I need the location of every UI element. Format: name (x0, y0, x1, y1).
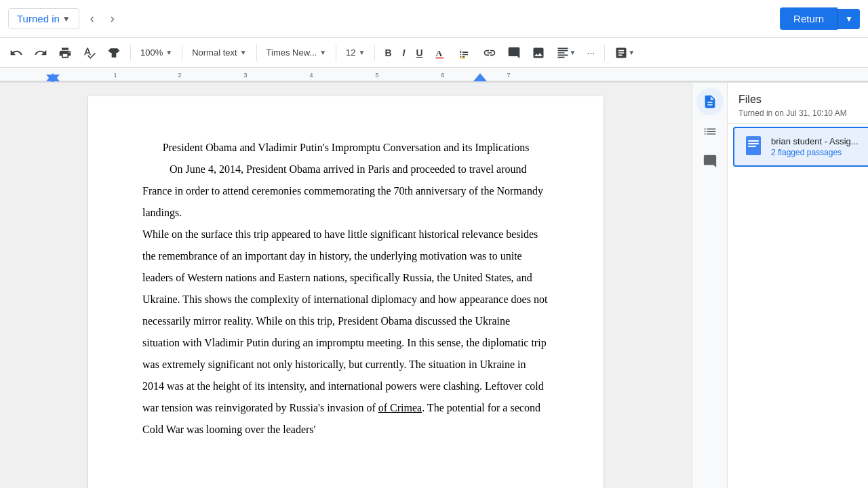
font-size-arrow: ▼ (359, 49, 366, 56)
document-paragraph-3: While on the surface this trip appeared … (142, 224, 549, 441)
panel-content: Files Turned in on Jul 31, 10:10 AM bria… (728, 83, 868, 488)
list-icon-button[interactable] (696, 118, 724, 145)
italic-button[interactable]: I (399, 45, 410, 61)
svg-text:1: 1 (113, 72, 117, 79)
separator-6 (604, 45, 605, 61)
svg-rect-19 (748, 146, 756, 147)
alignment-button[interactable]: ▼ (552, 43, 580, 62)
file-info: brian student - Assig... 2 flagged passa… (771, 136, 859, 157)
separator-2 (182, 45, 182, 61)
bold-button[interactable]: B (380, 45, 395, 61)
paint-format-icon (107, 46, 121, 60)
document-paragraph-1: On June 4, 2014, President Obama arrived… (142, 159, 549, 224)
comment-icon (507, 46, 521, 60)
separator-1 (130, 45, 131, 61)
main-content: President Obama and Vladimir Putin's Imp… (0, 83, 868, 488)
svg-rect-1 (435, 57, 443, 58)
style-dropdown-arrow: ▼ (240, 49, 247, 56)
underline-button[interactable]: U (412, 45, 427, 61)
file-name: brian student - Assig... (771, 136, 859, 146)
comment-panel-icon-button[interactable] (696, 148, 724, 175)
text-color-icon: A (434, 46, 448, 60)
svg-text:6: 6 (441, 72, 444, 79)
chevron-down-icon: ▼ (62, 14, 71, 24)
panel-icon-bar (692, 83, 728, 488)
highlight-icon (458, 46, 472, 60)
font-size-selector[interactable]: 12 ▼ (342, 45, 369, 60)
top-bar-right: Return ▼ (780, 7, 860, 30)
zoom-selector[interactable]: 100% ▼ (136, 45, 176, 60)
nav-back-button[interactable]: ‹ (85, 7, 100, 30)
svg-marker-15 (473, 73, 487, 81)
more-button[interactable]: ··· (583, 45, 599, 61)
files-icon (703, 94, 717, 109)
font-value: Times New... (267, 47, 317, 58)
style-value: Normal text (192, 47, 237, 58)
svg-text:3: 3 (243, 72, 247, 79)
zoom-dropdown-arrow: ▼ (165, 49, 172, 56)
files-subtitle: Turned in on Jul 31, 10:10 AM (738, 108, 865, 118)
spellcheck-button[interactable] (79, 43, 100, 62)
top-bar: Turned in ▼ ‹ › Return ▼ (0, 0, 868, 38)
zoom-value: 100% (140, 47, 163, 58)
separator-4 (336, 45, 336, 61)
text-color-button[interactable]: A (430, 43, 452, 62)
svg-rect-18 (748, 143, 759, 144)
svg-text:A: A (435, 48, 442, 58)
style-selector[interactable]: Normal text ▼ (188, 45, 250, 60)
redo-icon (34, 46, 47, 60)
ruler-svg: 1 2 3 4 5 6 7 (0, 68, 868, 82)
svg-text:2: 2 (178, 72, 181, 79)
font-size-value: 12 (346, 47, 355, 58)
top-bar-left: Turned in ▼ ‹ › (8, 7, 120, 30)
image-button[interactable] (528, 43, 549, 62)
svg-text:4: 4 (309, 72, 313, 79)
highlight-button[interactable] (454, 43, 476, 62)
ruler: 1 2 3 4 5 6 7 (0, 68, 868, 83)
font-dropdown-arrow: ▼ (319, 49, 326, 56)
smart-compose-arrow: ▼ (628, 49, 635, 56)
alignment-icon (556, 46, 570, 60)
comment-button[interactable] (503, 43, 525, 62)
turned-in-label: Turned in (17, 13, 60, 24)
document-area[interactable]: President Obama and Vladimir Putin's Imp… (0, 83, 692, 488)
crimea-underline: of Crimea (378, 402, 422, 413)
document-title: President Obama and Vladimir Putin's Imp… (142, 137, 549, 159)
file-doc-icon (745, 136, 764, 155)
redo-button[interactable] (30, 43, 52, 62)
toolbar: 100% ▼ Normal text ▼ Times New... ▼ 12 ▼… (0, 38, 868, 68)
link-icon (483, 46, 496, 60)
svg-rect-2 (460, 57, 465, 58)
paint-format-button[interactable] (103, 43, 125, 62)
return-dropdown-button[interactable]: ▼ (837, 9, 860, 29)
svg-text:5: 5 (375, 72, 378, 79)
turned-in-button[interactable]: Turned in ▼ (8, 8, 79, 29)
spellcheck-icon (83, 46, 96, 60)
separator-5 (374, 45, 375, 61)
document-page[interactable]: President Obama and Vladimir Putin's Imp… (88, 96, 604, 488)
print-button[interactable] (54, 43, 76, 62)
panel-header: Files Turned in on Jul 31, 10:10 AM (728, 83, 868, 124)
comment-panel-icon (703, 154, 717, 169)
separator-3 (256, 45, 257, 61)
files-title: Files (738, 94, 865, 106)
undo-icon (9, 46, 23, 60)
svg-rect-17 (748, 140, 759, 142)
right-panel: Files Turned in on Jul 31, 10:10 AM bria… (692, 83, 868, 488)
files-icon-button[interactable] (696, 88, 724, 115)
smart-compose-button[interactable]: ▼ (610, 43, 639, 62)
file-item[interactable]: brian student - Assig... 2 flagged passa… (733, 127, 868, 167)
nav-forward-button[interactable]: › (105, 7, 120, 30)
link-button[interactable] (479, 43, 500, 62)
font-selector[interactable]: Times New... ▼ (262, 45, 331, 60)
return-button[interactable]: Return (780, 7, 837, 30)
svg-text:7: 7 (507, 72, 510, 79)
undo-button[interactable] (5, 43, 27, 62)
file-flags: 2 flagged passages (771, 148, 859, 157)
alignment-arrow: ▼ (570, 49, 576, 56)
smart-compose-icon (614, 46, 628, 60)
list-icon (703, 124, 717, 139)
print-icon (58, 46, 72, 60)
image-icon (532, 46, 545, 60)
